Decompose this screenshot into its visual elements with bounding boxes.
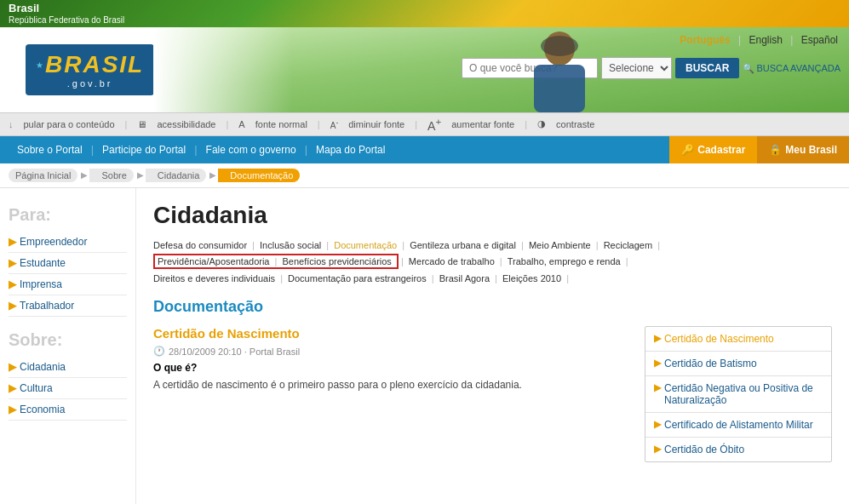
arrow-icon: ▶ (654, 358, 661, 369)
article-date: 28/10/2009 20:10 · Portal Brasil (169, 346, 300, 357)
item-label: Certidão de Batismo (664, 358, 757, 369)
nav-bar: Sobre o Portal | Participe do Portal | F… (0, 136, 849, 163)
font-normal-link[interactable]: fonte normal (255, 119, 307, 129)
sub-navigation: Defesa do consumidor | Inclusão social |… (153, 238, 832, 288)
subnav-estrangeiros[interactable]: Documentação para estrangeiros (288, 273, 427, 284)
logo-sub: .gov.br (36, 78, 144, 89)
nav-fale[interactable]: Fale com o governo (198, 136, 305, 163)
sidebar-item-imprensa[interactable]: ▶ Imprensa (9, 274, 127, 295)
banner-subtitle: República Federativa do Brasil (9, 15, 124, 26)
nav-sobre-portal[interactable]: Sobre o Portal (9, 136, 91, 163)
font-increase-icon: A+ (427, 116, 441, 133)
list-item-certidao-obito[interactable]: ▶ Certidão de Óbito (645, 438, 831, 461)
accessibility-link[interactable]: acessibilidade (157, 119, 215, 129)
subnav-defesa[interactable]: Defesa do consumidor (153, 240, 247, 250)
key-icon: 🔑 (681, 136, 694, 163)
sidebar-label: Cultura (20, 382, 53, 394)
content-area: Cidadania Defesa do consumidor | Inclusã… (136, 188, 849, 504)
subnav-eleicoes[interactable]: Eleições 2010 (502, 273, 561, 284)
list-item-certificado-militar[interactable]: ▶ Certificado de Alistamento Militar (645, 413, 831, 438)
subnav-meio-ambiente[interactable]: Meio Ambiente (529, 240, 591, 250)
arrow-icon: ▶ (9, 361, 16, 373)
nav-mapa[interactable]: Mapa do Portal (307, 136, 393, 163)
sidebar-item-estudante[interactable]: ▶ Estudante (9, 253, 127, 274)
list-item-certidao-negativa[interactable]: ▶ Certidão Negativa ou Positiva de Natur… (645, 376, 831, 413)
breadcrumb: Página Inicial ▶ Sobre ▶ Cidadania ▶ Doc… (0, 163, 849, 188)
arrow-icon: ▶ (9, 382, 16, 394)
sidebar-sobre-title: Sobre: (9, 330, 127, 350)
breadcrumb-home[interactable]: Página Inicial (9, 169, 77, 182)
list-item-certidao-nascimento[interactable]: ▶ Certidão de Nascimento (645, 327, 831, 352)
subnav-documentacao[interactable]: Documentação (334, 240, 397, 250)
font-decrease-icon: A- (330, 118, 338, 130)
article-bold: O que é? (153, 362, 628, 374)
clock-icon: 🕐 (153, 346, 165, 357)
subnav-reciclagem[interactable]: Reciclagem (604, 240, 652, 250)
breadcrumb-sobre[interactable]: Sobre (89, 169, 133, 182)
sidebar-label: Economia (20, 404, 65, 415)
subnav-trabalho[interactable]: Trabalho, emprego e renda (508, 256, 621, 266)
skip-content-link[interactable]: pular para o conteúdo (24, 119, 115, 129)
header-image (153, 27, 849, 112)
sidebar-list: ▶ Certidão de Nascimento ▶ Certidão de B… (645, 326, 832, 462)
content-row: Certidão de Nascimento 🕐 28/10/2009 20:1… (153, 326, 832, 462)
sidebar-item-economia[interactable]: ▶ Economia (9, 399, 127, 421)
article: Certidão de Nascimento 🕐 28/10/2009 20:1… (153, 326, 628, 462)
page-title: Cidadania (153, 202, 832, 229)
breadcrumb-documentacao[interactable]: Documentação (218, 169, 300, 182)
article-meta: 🕐 28/10/2009 20:10 · Portal Brasil (153, 346, 628, 357)
header: Português | English | Español ★ BRASIL .… (0, 27, 849, 112)
toolbar-separator-arrow: ↓ (9, 119, 14, 129)
subnav-inclusao[interactable]: Inclusão social (260, 240, 321, 250)
cadastrar-button[interactable]: 🔑 Cadastrar (669, 136, 757, 163)
subnav-gentileza[interactable]: Gentileza urbana e digital (410, 240, 516, 250)
arrow-icon: ▶ (654, 382, 661, 393)
arrow-icon: ▶ (654, 444, 661, 455)
sidebar-para-title: Para: (9, 205, 127, 225)
banner-title: Brasil (9, 2, 124, 15)
arrow-icon: ▶ (654, 333, 661, 344)
sidebar: Para: ▶ Empreendedor ▶ Estudante ▶ Impre… (0, 188, 136, 504)
sidebar-label: Estudante (20, 257, 66, 269)
accessibility-icon: 🖥 (137, 119, 146, 129)
sidebar-item-empreendedor[interactable]: ▶ Empreendedor (9, 232, 127, 253)
article-text: A certidão de nascimento é o primeiro pa… (153, 377, 628, 392)
logo-text: BRASIL (45, 51, 144, 78)
item-label: Certidão de Óbito (664, 444, 744, 455)
subnav-previdencia[interactable]: Previdência/Aposentadoria (158, 256, 269, 266)
article-subtitle: Certidão de Nascimento (153, 326, 628, 341)
logo[interactable]: ★ BRASIL .gov.br (26, 44, 154, 95)
toolbar: ↓ pular para o conteúdo | 🖥 acessibilida… (0, 112, 849, 136)
sidebar-label: Imprensa (20, 278, 62, 290)
meubrasil-button[interactable]: 🔒 Meu Brasil (757, 136, 849, 163)
font-decrease-link[interactable]: diminuir fonte (348, 119, 404, 129)
sidebar-item-cultura[interactable]: ▶ Cultura (9, 378, 127, 399)
sidebar-item-cidadania[interactable]: ▶ Cidadania (9, 357, 127, 378)
nav-actions: 🔑 Cadastrar 🔒 Meu Brasil (669, 136, 849, 163)
subnav-direitos[interactable]: Direitos e deveres individuais (153, 273, 275, 284)
sidebar-label: Cidadania (20, 361, 66, 373)
lock-icon: 🔒 (769, 136, 782, 163)
arrow-icon: ▶ (654, 419, 661, 430)
arrow-icon: ▶ (9, 404, 16, 415)
top-banner: Brasil República Federativa do Brasil (0, 0, 849, 27)
arrow-icon: ▶ (9, 300, 16, 312)
arrow-icon: ▶ (9, 257, 16, 269)
sidebar-label: Empreendedor (20, 236, 87, 248)
list-item-certidao-batismo[interactable]: ▶ Certidão de Batismo (645, 352, 831, 376)
item-label: Certidão Negativa ou Positiva de Natural… (664, 382, 823, 406)
font-increase-link[interactable]: aumentar fonte (451, 119, 514, 129)
sidebar-label: Trabalhador (20, 300, 74, 312)
contrast-link[interactable]: contraste (556, 119, 594, 129)
subnav-beneficios[interactable]: Benefícios previdenciários (282, 256, 391, 266)
sidebar-item-trabalhador[interactable]: ▶ Trabalhador (9, 295, 127, 317)
subnav-brasil-agora[interactable]: Brasil Agora (439, 273, 490, 284)
contrast-icon: ◑ (537, 118, 546, 129)
nav-links: Sobre o Portal | Participe do Portal | F… (0, 136, 669, 163)
breadcrumb-cidadania[interactable]: Cidadania (146, 169, 207, 182)
arrow-icon: ▶ (9, 278, 16, 290)
section-title: Documentação (153, 298, 832, 316)
subnav-mercado[interactable]: Mercado de trabalho (409, 256, 495, 266)
nav-participe[interactable]: Participe do Portal (94, 136, 194, 163)
item-label: Certidão de Nascimento (664, 333, 774, 345)
